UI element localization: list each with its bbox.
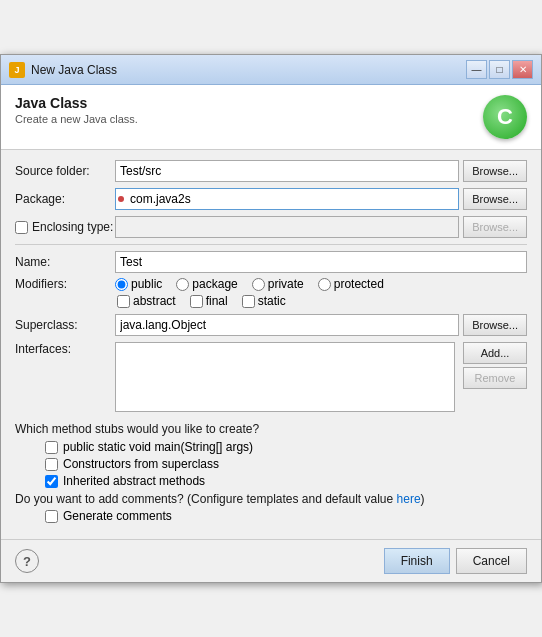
package-row: Package: Browse... — [15, 188, 527, 210]
final-label: final — [206, 294, 228, 308]
comments-config-link[interactable]: here — [397, 492, 421, 506]
cancel-button[interactable]: Cancel — [456, 548, 527, 574]
stub-0-checkbox[interactable] — [45, 441, 58, 454]
header-subtitle: Create a new Java class. — [15, 113, 138, 125]
comments-title-text: Do you want to add comments? (Configure … — [15, 492, 397, 506]
stub-item-1: Constructors from superclass — [45, 457, 527, 471]
stub-item-2: Inherited abstract methods — [45, 474, 527, 488]
enclosing-type-row: Enclosing type: Browse... — [15, 216, 527, 238]
superclass-browse-button[interactable]: Browse... — [463, 314, 527, 336]
interfaces-add-button[interactable]: Add... — [463, 342, 527, 364]
footer-action-buttons: Finish Cancel — [384, 548, 527, 574]
public-radio[interactable] — [115, 278, 128, 291]
title-bar: J New Java Class — □ ✕ — [1, 55, 541, 85]
public-radio-item: public — [115, 277, 162, 291]
protected-radio[interactable] — [318, 278, 331, 291]
access-modifier-group: public package private protected — [115, 277, 384, 291]
close-button[interactable]: ✕ — [512, 60, 533, 79]
finish-button[interactable]: Finish — [384, 548, 450, 574]
stubs-section: Which method stubs would you like to cre… — [15, 422, 527, 488]
enclosing-type-label-cell: Enclosing type: — [15, 220, 115, 234]
comments-section: Do you want to add comments? (Configure … — [15, 492, 527, 523]
package-input[interactable] — [115, 188, 459, 210]
static-checkbox-item: static — [242, 294, 286, 308]
superclass-input-group: Browse... — [115, 314, 527, 336]
interfaces-row: Interfaces: Add... Remove — [15, 342, 527, 412]
package-radio-item: package — [176, 277, 237, 291]
header-text: Java Class Create a new Java class. — [15, 95, 138, 125]
abstract-checkbox[interactable] — [117, 295, 130, 308]
new-java-class-dialog: J New Java Class — □ ✕ Java Class Create… — [0, 54, 542, 583]
enclosing-type-checkbox[interactable] — [15, 221, 28, 234]
comments-title-end: ) — [421, 492, 425, 506]
enclosing-type-input[interactable] — [115, 216, 459, 238]
abstract-label: abstract — [133, 294, 176, 308]
modifiers-row: Modifiers: public package private — [15, 277, 527, 308]
public-label: public — [131, 277, 162, 291]
other-modifier-group: abstract final static — [117, 294, 384, 308]
interfaces-buttons: Add... Remove — [463, 342, 527, 412]
abstract-checkbox-item: abstract — [117, 294, 176, 308]
stubs-title: Which method stubs would you like to cre… — [15, 422, 527, 436]
superclass-label: Superclass: — [15, 318, 115, 332]
interfaces-remove-button[interactable]: Remove — [463, 367, 527, 389]
generate-comments-label: Generate comments — [63, 509, 172, 523]
stub-0-label: public static void main(String[] args) — [63, 440, 253, 454]
interfaces-textarea[interactable] — [115, 342, 455, 412]
form-area: Source folder: Browse... Package: Browse… — [1, 150, 541, 539]
enclosing-type-checkbox-row: Enclosing type: — [15, 220, 115, 234]
enclosing-type-browse-button[interactable]: Browse... — [463, 216, 527, 238]
interfaces-label: Interfaces: — [15, 342, 115, 356]
comments-item: Generate comments — [45, 509, 527, 523]
stub-1-checkbox[interactable] — [45, 458, 58, 471]
protected-label: protected — [334, 277, 384, 291]
help-icon: ? — [23, 554, 31, 569]
minimize-button[interactable]: — — [466, 60, 487, 79]
source-folder-browse-button[interactable]: Browse... — [463, 160, 527, 182]
dialog-footer: ? Finish Cancel — [1, 539, 541, 582]
interfaces-content: Add... Remove — [115, 342, 527, 412]
superclass-row: Superclass: Browse... — [15, 314, 527, 336]
protected-radio-item: protected — [318, 277, 384, 291]
source-folder-input[interactable] — [115, 160, 459, 182]
final-checkbox-item: final — [190, 294, 228, 308]
superclass-input[interactable] — [115, 314, 459, 336]
private-radio-item: private — [252, 277, 304, 291]
dialog-header: Java Class Create a new Java class. C — [1, 85, 541, 150]
stub-1-label: Constructors from superclass — [63, 457, 219, 471]
private-radio[interactable] — [252, 278, 265, 291]
package-input-group: Browse... — [115, 188, 527, 210]
modifiers-label: Modifiers: — [15, 277, 115, 291]
source-folder-input-group: Browse... — [115, 160, 527, 182]
comments-title: Do you want to add comments? (Configure … — [15, 492, 527, 506]
help-button[interactable]: ? — [15, 549, 39, 573]
stub-2-checkbox[interactable] — [45, 475, 58, 488]
package-label: package — [192, 277, 237, 291]
header-logo: C — [483, 95, 527, 139]
enclosing-type-input-group: Browse... — [115, 216, 527, 238]
package-browse-button[interactable]: Browse... — [463, 188, 527, 210]
name-row: Name: — [15, 251, 527, 273]
name-input[interactable] — [115, 251, 527, 273]
window-icon: J — [9, 62, 25, 78]
package-label: Package: — [15, 192, 115, 206]
stub-item-0: public static void main(String[] args) — [45, 440, 527, 454]
modifiers-options: public package private protected — [115, 277, 384, 308]
header-title: Java Class — [15, 95, 138, 111]
enclosing-type-label: Enclosing type: — [32, 220, 113, 234]
package-radio[interactable] — [176, 278, 189, 291]
source-folder-label: Source folder: — [15, 164, 115, 178]
name-label: Name: — [15, 255, 115, 269]
maximize-button[interactable]: □ — [489, 60, 510, 79]
title-bar-buttons: — □ ✕ — [466, 60, 533, 79]
static-label: static — [258, 294, 286, 308]
separator-1 — [15, 244, 527, 245]
final-checkbox[interactable] — [190, 295, 203, 308]
private-label: private — [268, 277, 304, 291]
generate-comments-checkbox[interactable] — [45, 510, 58, 523]
title-bar-left: J New Java Class — [9, 62, 117, 78]
stub-2-label: Inherited abstract methods — [63, 474, 205, 488]
source-folder-row: Source folder: Browse... — [15, 160, 527, 182]
window-title: New Java Class — [31, 63, 117, 77]
static-checkbox[interactable] — [242, 295, 255, 308]
